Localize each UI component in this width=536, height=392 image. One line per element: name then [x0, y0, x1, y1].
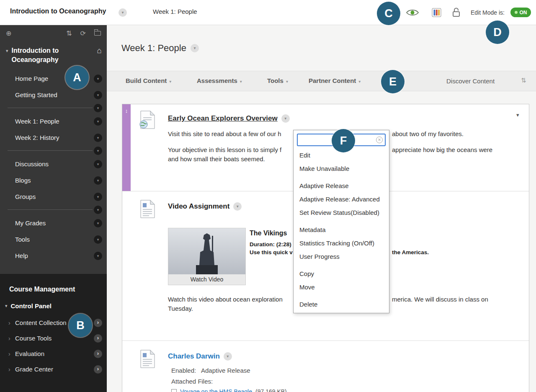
sidebar-course-title[interactable]: Introduction to Oceanography [12, 46, 82, 64]
menu-item-make-unavailable[interactable]: Make Unavailable [294, 162, 389, 175]
file-link[interactable]: Voyage on the HMS Beagle [180, 388, 252, 392]
edit-mode-toggle[interactable]: ON [510, 8, 531, 17]
collapse-course-icon[interactable]: ▾ [6, 48, 8, 64]
menu-item-adaptive-release[interactable]: Adaptive Release [294, 179, 389, 193]
item2-paragraph: Watch this video about ocean exploration [168, 296, 294, 303]
menu-item-metadata[interactable]: Metadata [294, 223, 389, 237]
chevron-down-icon[interactable]: ▾ [94, 206, 102, 214]
page-title-row: Week 1: People ▾ [121, 43, 199, 54]
annotation-badge-f: F [332, 129, 355, 152]
item1-title-link[interactable]: Early Ocean Explorers Overview [168, 114, 278, 123]
course-management-heading: Course Management [0, 286, 107, 293]
menu-item-list: Edit Make Unavailable Adaptive Release A… [294, 149, 389, 311]
chevron-down-icon: ▾ [358, 79, 361, 84]
expand-right-icon[interactable]: › [94, 365, 102, 374]
theme-palette-icon[interactable] [431, 7, 442, 20]
control-panel-toggle[interactable]: ▾ Control Panel [0, 297, 107, 315]
add-menu-item-icon[interactable]: ⊕ [6, 29, 11, 37]
course-management-panel: Course Management ▾ Control Panel › Cont… [0, 274, 107, 392]
menu-item-statistics-tracking[interactable]: Statistics Tracking (On/Off) [294, 237, 389, 250]
item1-paragraph2-cont: appreciate how big the oceans were [392, 146, 492, 153]
folder-view-icon[interactable] [94, 29, 101, 37]
sort-icon[interactable]: ⇅ [521, 77, 526, 84]
file-checkbox[interactable] [171, 389, 177, 392]
chevron-down-icon[interactable]: ▾ [94, 193, 102, 201]
home-icon[interactable]: ⌂ [97, 46, 102, 64]
refresh-icon[interactable]: ⟳ [80, 29, 86, 37]
page-title-chevron-icon[interactable]: ▾ [191, 44, 199, 52]
item2-paragraph-cont: merica. We will discuss in class on [392, 296, 488, 303]
partner-content-button[interactable]: Partner Content▾ [309, 77, 361, 84]
menu-item-adaptive-release-advanced[interactable]: Adaptive Release: Advanced [294, 193, 389, 206]
item3-options-chevron-icon[interactable]: ▾ [224, 352, 232, 361]
chevron-right-icon: › [8, 335, 10, 342]
clear-search-icon[interactable]: × [376, 137, 383, 143]
item1-options-chevron-icon[interactable]: ▾ [281, 114, 290, 123]
course-header: ▾ Introduction to Oceanography ⌂ [0, 41, 107, 70]
sidebar-item-evaluation[interactable]: › Evaluation › [0, 346, 107, 361]
sidebar-item-discussions[interactable]: Discussions ▾ [0, 156, 107, 172]
watch-video-button[interactable]: Watch Video [168, 274, 245, 285]
item2-title-link[interactable]: Video Assignment [168, 202, 229, 211]
item2-options-chevron-icon[interactable]: ▾ [233, 202, 242, 211]
chevron-right-icon: › [8, 366, 10, 373]
menu-item-set-review-status[interactable]: Set Review Status(Disabled) [294, 206, 389, 219]
chevron-down-icon[interactable]: ▾ [94, 176, 102, 185]
item3-title-link[interactable]: Charles Darwin [168, 352, 220, 361]
chevron-down-icon: ▾ [169, 79, 171, 84]
chevron-down-icon[interactable]: ▾ [94, 117, 102, 126]
chevron-down-icon[interactable]: ▾ [94, 104, 102, 112]
expand-right-icon[interactable]: › [94, 319, 102, 327]
discover-content-button[interactable]: Discover Content [446, 77, 495, 85]
sidebar-item-home-page[interactable]: Home Page ▾ [0, 70, 107, 87]
menu-item-copy[interactable]: Copy [294, 267, 389, 281]
sidebar-item-blogs[interactable]: Blogs ▾ [0, 172, 107, 188]
chevron-down-icon[interactable]: ▾ [94, 235, 102, 244]
student-preview-icon[interactable] [405, 8, 420, 19]
expand-right-icon[interactable]: › [94, 334, 102, 343]
sidebar-item-label: Discussions [15, 160, 49, 168]
chevron-down-icon[interactable]: ▾ [94, 252, 102, 260]
content-item-icon [139, 200, 155, 218]
unlock-icon[interactable] [451, 7, 461, 20]
menu-item-move[interactable]: Move [294, 281, 389, 294]
chevron-down-icon[interactable]: ▾ [94, 75, 102, 83]
assessments-button[interactable]: Assessments▾ [197, 77, 242, 84]
statue-image [168, 228, 245, 274]
sidebar-item-tools[interactable]: Tools ▾ [0, 231, 107, 248]
course-title-chevron-icon[interactable]: ▾ [119, 8, 127, 17]
sidebar-item-getting-started[interactable]: Getting Started ▾ [0, 87, 107, 103]
video-title: The Vikings [250, 230, 294, 237]
sidebar-item-help[interactable]: Help ▾ [0, 248, 107, 264]
collapse-control-panel-icon: ▾ [5, 303, 8, 309]
chevron-down-icon[interactable]: ▾ [94, 134, 102, 142]
item3-title-row: Charles Darwin ▾ [168, 352, 232, 361]
sidebar-item-label: My Grades [15, 219, 46, 227]
enabled-value: Adaptive Release [201, 367, 250, 374]
menu-item-delete[interactable]: Delete [294, 298, 389, 311]
tools-button[interactable]: Tools▾ [267, 77, 288, 84]
build-content-button[interactable]: Build Content▾ [126, 77, 171, 84]
sidebar-item-label: Help [15, 252, 28, 259]
course-menu: ⊕ ⇅ ⟳ ▾ Introduction to Oceanography ⌂ H… [0, 25, 107, 274]
collapse-item-icon[interactable]: ▾ [516, 112, 519, 118]
drag-handle[interactable]: ↕ [122, 104, 131, 191]
sidebar-item-week-1-people[interactable]: Week 1: People ▾ [0, 113, 107, 129]
expand-right-icon[interactable]: › [94, 350, 102, 358]
chevron-down-icon[interactable]: ▾ [94, 160, 102, 168]
chevron-down-icon[interactable]: ▾ [94, 219, 102, 227]
menu-item-user-progress[interactable]: User Progress [294, 250, 389, 263]
sidebar-item-my-grades[interactable]: My Grades ▾ [0, 215, 107, 231]
sidebar-item-groups[interactable]: Groups ▾ [0, 188, 107, 205]
chevron-down-icon[interactable]: ▾ [94, 147, 102, 155]
video-thumbnail[interactable]: Watch Video [168, 228, 246, 285]
edit-mode-dot-icon [515, 11, 518, 14]
chevron-down-icon[interactable]: ▾ [94, 91, 102, 99]
item2-title-row: Video Assignment ▾ [168, 202, 242, 211]
annotation-badge-a: A [65, 66, 89, 89]
item-context-menu: × Edit Make Unavailable Adaptive Release… [293, 130, 389, 313]
reorder-icon[interactable]: ⇅ [66, 29, 72, 37]
sidebar-item-grade-center[interactable]: › Grade Center › [0, 361, 107, 377]
sidebar-item-week-2-history[interactable]: Week 2: History ▾ [0, 129, 107, 146]
sidebar-item-course-tools[interactable]: › Course Tools › [0, 330, 107, 346]
